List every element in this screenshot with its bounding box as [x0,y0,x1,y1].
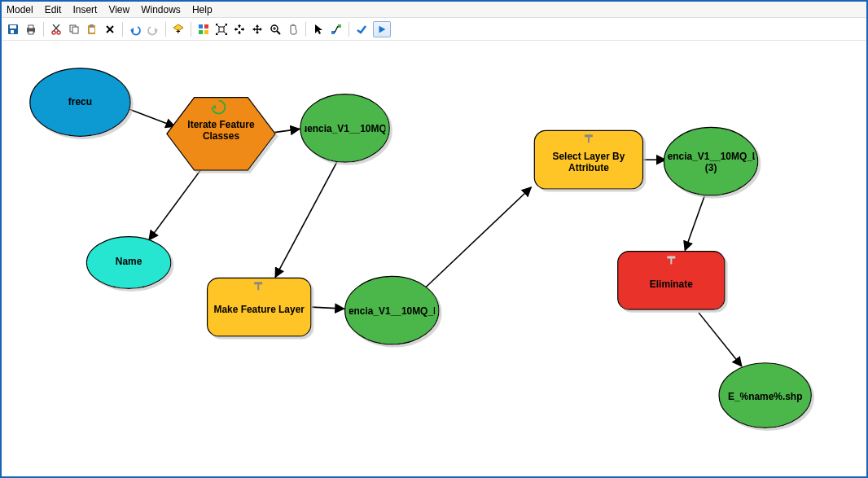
svg-rect-14 [90,24,94,27]
node-final-output[interactable]: E_%name%.shp [719,363,811,428]
node-output-layer-label: frecuencia_V1__10MQ_Layer [349,306,435,318]
menu-edit[interactable]: Edit [45,2,62,17]
svg-line-40 [277,31,280,34]
svg-rect-22 [199,24,203,29]
svg-rect-68 [588,134,590,143]
layout-icon [197,23,210,36]
full-extent-button[interactable] [213,21,230,37]
menu-windows[interactable]: Windows [141,2,181,17]
connect-icon [330,23,343,36]
menu-help[interactable]: Help [192,2,213,17]
redo-icon [147,23,160,36]
node-make-feature-layer[interactable]: Make Feature Layer [208,278,311,336]
svg-marker-36 [260,28,262,31]
svg-line-10 [53,24,59,31]
toolbar-separator [305,22,306,37]
toolbar-separator [349,22,349,37]
hand-icon [287,23,300,36]
validate-button[interactable] [353,21,370,37]
svg-line-51 [275,162,337,277]
node-iterate-label: Iterate Feature Classes [173,121,269,143]
paste-button[interactable] [84,21,100,37]
run-button[interactable] [373,21,391,37]
copy-icon [68,23,81,36]
check-icon [355,23,368,36]
svg-rect-26 [219,27,224,32]
node-select-layer-by-attribute[interactable]: Select Layer By Attribute [534,130,642,189]
node-final-label: E_%name%.shp [728,392,803,403]
full-extent-icon [215,23,228,36]
undo-icon [129,23,142,36]
pointer-icon [312,23,325,36]
svg-line-9 [54,24,59,31]
fixed-zoom-out-button[interactable] [249,21,265,37]
zoom-out-arrows-icon [251,23,264,36]
auto-layout-button[interactable] [195,21,212,37]
fixed-zoom-in-button[interactable] [231,21,248,37]
svg-marker-38 [256,32,259,34]
node-output-layer3-label: frecuencia_V1__10MQ_Layer (3) [667,151,754,173]
svg-text:+: + [176,28,180,36]
node-name-label: Name [116,257,142,269]
svg-rect-25 [204,30,208,34]
node-select-attr-label: Select Layer By Attribute [539,151,638,173]
svg-marker-31 [235,28,238,31]
delete-button[interactable] [102,21,118,37]
svg-marker-37 [256,24,259,27]
menu-view[interactable]: View [108,2,129,17]
model-graph: frecu Iterate Feature Classes Nam [3,42,865,475]
node-frecu[interactable]: frecu [30,68,130,137]
svg-rect-15 [90,28,94,33]
svg-marker-43 [315,24,322,34]
toolbar-separator [43,22,44,37]
add-data-icon: + [172,23,185,36]
menu-insert[interactable]: Insert [72,2,97,17]
svg-rect-6 [28,31,33,34]
svg-point-8 [57,31,60,34]
svg-line-49 [149,165,204,239]
node-iterate-feature-classes[interactable]: Iterate Feature Classes [167,98,275,170]
node-name[interactable]: Name [86,237,170,289]
print-button[interactable] [23,21,39,37]
menubar: Model Edit Insert View Windows Help [2,2,866,18]
toolbar-separator [165,22,166,37]
svg-line-55 [685,196,704,251]
paste-icon [85,23,99,36]
node-output-layer[interactable]: frecuencia_V1__10MQ_Layer [345,276,439,344]
add-data-button[interactable]: + [170,21,186,37]
toolbar-separator [122,22,123,37]
svg-marker-33 [238,25,241,28]
cut-button[interactable] [48,21,64,37]
print-icon [24,23,37,36]
node-eliminate-label: Eliminate [650,279,693,291]
copy-button[interactable] [66,21,82,37]
svg-rect-3 [14,30,15,33]
svg-marker-34 [238,31,241,33]
node-make-layer-label: Make Feature Layer [213,305,304,316]
menu-model[interactable]: Model [7,2,33,17]
node-eliminate[interactable]: Eliminate [618,252,725,310]
svg-rect-45 [338,24,341,28]
play-icon [376,24,388,35]
model-canvas[interactable]: frecu Iterate Feature Classes Nam [3,42,865,475]
select-tool[interactable] [310,21,327,37]
node-frecu-label: frecu [68,97,92,108]
zoom-in-tool[interactable] [267,21,283,37]
svg-rect-12 [72,27,78,33]
pan-tool[interactable] [285,21,301,37]
save-icon [7,23,20,36]
svg-rect-1 [10,25,16,29]
connect-tool[interactable] [328,21,344,37]
node-output-layer-3[interactable]: frecuencia_V1__10MQ_Layer (3) [664,127,757,195]
redo-button[interactable] [145,21,161,37]
svg-marker-47 [379,25,386,33]
svg-rect-44 [331,31,335,34]
svg-rect-24 [199,30,203,34]
svg-line-52 [312,307,344,309]
undo-button[interactable] [127,21,143,37]
svg-marker-35 [252,28,255,31]
svg-line-46 [335,26,338,33]
cut-icon [50,23,63,36]
save-button[interactable] [5,21,21,37]
node-output-shp[interactable]: frecuencia_V1__10MQ.shp [300,94,389,163]
